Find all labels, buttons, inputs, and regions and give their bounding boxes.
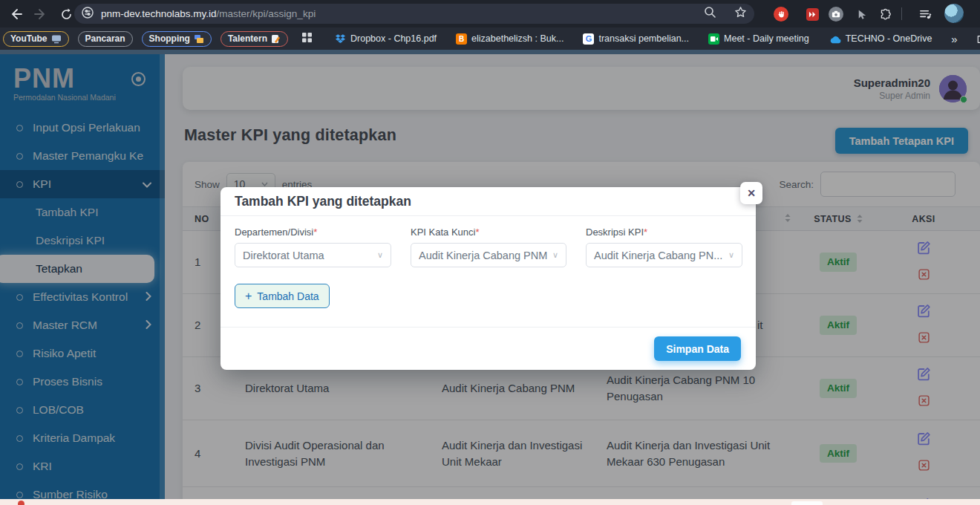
all-bookmarks-folder[interactable]: All Bookmarks	[977, 33, 980, 44]
required-asterisk: *	[475, 227, 479, 238]
bookmark-dropbox[interactable]: Dropbox - Chp16.pdf	[335, 33, 437, 44]
chevron-down-icon: ∨	[377, 250, 383, 260]
reload-icon[interactable]	[58, 6, 74, 22]
forward-icon[interactable]	[33, 6, 49, 22]
back-icon[interactable]	[7, 6, 24, 22]
tab-group-pancaran[interactable]: Pancaran	[78, 31, 133, 47]
blogger-icon: B	[456, 33, 467, 45]
deskripsi-kpi-select[interactable]: Audit Kinerja Cabang PN...∨	[586, 243, 742, 267]
required-asterisk: *	[313, 227, 317, 238]
apps-grid-icon[interactable]	[301, 32, 313, 46]
bookmark-star-icon[interactable]	[734, 6, 747, 22]
chevron-down-icon: ∨	[552, 250, 558, 260]
browser-profile-avatar[interactable]	[944, 4, 964, 23]
tab-group-talentern[interactable]: Talentern	[220, 31, 288, 47]
field-label: Departemen/Divisi	[235, 227, 313, 238]
modal-footer: Simpan Data	[220, 327, 756, 370]
bookmark-blogger[interactable]: B elizabethelizsh : Buk...	[456, 33, 564, 45]
add-kpi-modal: ✕ Tambah KPI yang ditetapkan Departemen/…	[220, 187, 756, 370]
address-bar[interactable]: pnm-dev.technolabs.my.id/master/kpi/assi…	[74, 4, 754, 24]
meet-icon	[708, 33, 719, 45]
tv-icon	[51, 34, 62, 44]
bookmark-onedrive[interactable]: TECHNO - OneDrive	[829, 33, 932, 44]
plus-icon: +	[245, 290, 252, 303]
required-asterisk: *	[644, 227, 647, 238]
bookmarks-overflow-chevron[interactable]: »	[951, 33, 957, 45]
tab-group-youtube[interactable]: YouTube	[3, 31, 69, 47]
folder-icon	[977, 34, 980, 44]
stack-icon	[194, 34, 204, 44]
url-text: pnm-dev.technolabs.my.id/master/kpi/assi…	[101, 8, 704, 19]
dropbox-icon	[335, 33, 346, 44]
field-deskripsi-kpi: Deskripsi KPI* Audit Kinerja Cabang PN..…	[586, 227, 742, 267]
modal-close-button[interactable]: ✕	[740, 182, 762, 204]
departemen-divisi-select[interactable]: Direktorat Utama∨	[235, 243, 391, 267]
screenshot-camera-icon[interactable]	[829, 7, 843, 22]
kpi-kata-kunci-select[interactable]: Audit Kinerja Cabang PNM∨	[411, 243, 566, 267]
browser-toolbar: pnm-dev.technolabs.my.id/master/kpi/assi…	[0, 0, 980, 27]
bookmark-meet[interactable]: Meet - Daily meeting	[708, 33, 809, 45]
recording-dot-icon	[18, 501, 24, 505]
field-kpi-kata-kunci: KPI Kata Kunci* Audit Kinerja Cabang PNM…	[411, 227, 566, 267]
extensions-puzzle-icon[interactable]	[878, 7, 892, 22]
app-viewport: PNM Permodalan Nasional Madani Input Ops…	[0, 50, 980, 505]
field-label: KPI Kata Kunci	[411, 227, 475, 238]
toolbar-divider	[901, 7, 902, 20]
share-bar-button[interactable]	[791, 501, 823, 505]
cursor-extension-icon[interactable]	[854, 7, 869, 22]
video-speed-extension-icon[interactable]	[805, 7, 820, 22]
chevron-down-icon: ∨	[728, 250, 734, 260]
zoom-icon[interactable]	[704, 6, 716, 22]
document-pencil-icon	[271, 34, 281, 44]
site-settings-icon[interactable]	[82, 7, 94, 22]
tambah-data-button[interactable]: + Tambah Data	[235, 284, 330, 308]
simpan-data-button[interactable]: Simpan Data	[654, 336, 741, 361]
tab-group-shopping[interactable]: Shopping	[142, 31, 212, 47]
google-icon: G	[583, 33, 594, 45]
bookmarks-bar: YouTube Pancaran Shopping Talentern Drop…	[0, 27, 980, 50]
onedrive-cloud-icon	[829, 34, 841, 44]
field-departemen-divisi: Departemen/Divisi* Direktorat Utama∨	[235, 227, 391, 267]
field-label: Deskripsi KPI	[586, 227, 644, 238]
bookmark-google[interactable]: G transaksi pembelian...	[583, 33, 689, 45]
adblock-hand-icon[interactable]	[774, 7, 788, 22]
modal-title: Tambah KPI yang ditetapkan	[220, 187, 756, 216]
media-playlist-icon[interactable]	[918, 7, 932, 22]
screen-share-bar	[0, 499, 980, 505]
